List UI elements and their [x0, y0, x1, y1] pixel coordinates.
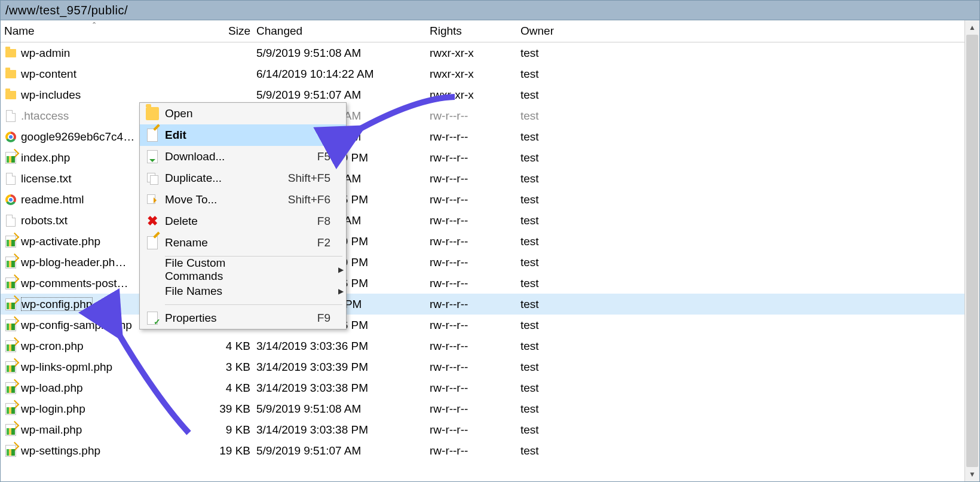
column-rights[interactable]: Rights: [430, 25, 520, 38]
file-name: wp-config.php: [21, 297, 93, 311]
menu-item-label: Duplicate...: [165, 172, 277, 185]
php-file-icon: [4, 235, 17, 248]
menu-item-file-names[interactable]: File Names▶: [140, 280, 346, 302]
file-name: wp-settings.php: [21, 444, 100, 457]
file-owner: test: [520, 151, 592, 164]
menu-item-edit[interactable]: Edit▶: [140, 124, 346, 146]
file-changed: 3/14/2019 3:03:36 PM: [256, 340, 430, 353]
file-row[interactable]: wp-cron.php4 KB3/14/2019 3:03:36 PMrw-r-…: [1, 335, 964, 356]
menu-item-label: Delete: [165, 215, 277, 228]
file-name: google9269eb6c7c4…: [21, 130, 134, 143]
file-size: 9 KB: [183, 423, 256, 437]
file-rights: rw-r--r--: [430, 214, 520, 227]
menu-item-label: Move To...: [165, 193, 277, 206]
file-row[interactable]: wp-mail.php9 KB3/14/2019 3:03:38 PMrw-r-…: [1, 419, 964, 440]
php-file-icon: [4, 444, 17, 457]
file-icon: [4, 172, 17, 185]
ren-icon: [140, 236, 165, 249]
menu-item-move-to[interactable]: Move To...Shift+F6: [140, 189, 346, 211]
menu-item-duplicate[interactable]: Duplicate...Shift+F5: [140, 167, 346, 189]
php-file-icon: [4, 277, 17, 290]
file-row[interactable]: wp-links-opml.php3 KB3/14/2019 3:03:39 P…: [1, 356, 964, 377]
menu-item-download[interactable]: Download...F5▶: [140, 146, 346, 167]
sort-indicator-icon: ⌃: [4, 21, 183, 29]
menu-separator: [165, 304, 342, 305]
column-name[interactable]: ⌃ Name: [4, 25, 183, 38]
php-file-icon: [4, 319, 17, 332]
file-changed: 3/14/2019 3:03:39 PM: [256, 361, 430, 374]
file-owner: test: [520, 172, 592, 185]
file-owner: test: [520, 277, 592, 290]
file-name: index.php: [21, 151, 70, 164]
file-row[interactable]: wp-content6/14/2019 10:14:22 AMrwxr-xr-x…: [1, 63, 964, 84]
file-rights: rwxr-xr-x: [430, 89, 520, 102]
file-size: 3 KB: [183, 361, 256, 374]
file-row[interactable]: wp-login.php39 KB5/9/2019 9:51:08 AMrw-r…: [1, 398, 964, 419]
scroll-thumb[interactable]: [966, 35, 978, 467]
menu-item-shortcut: F2: [277, 236, 335, 249]
file-row[interactable]: wp-settings.php19 KB5/9/2019 9:51:07 AMr…: [1, 440, 964, 461]
file-rights: rw-r--r--: [430, 382, 520, 395]
file-rights: rw-r--r--: [430, 130, 520, 144]
window-titlebar[interactable]: /www/test_957/public/: [1, 1, 979, 20]
menu-item-delete[interactable]: ✖DeleteF8: [140, 211, 346, 232]
file-owner: test: [520, 193, 592, 206]
file-rights: rw-r--r--: [430, 298, 520, 311]
file-name: wp-load.php: [21, 382, 83, 394]
menu-item-shortcut: Shift+F6: [277, 193, 335, 206]
file-row[interactable]: wp-load.php4 KB3/14/2019 3:03:38 PMrw-r-…: [1, 377, 964, 398]
file-changed: 6/14/2019 10:14:22 AM: [256, 68, 430, 81]
dup-icon: [140, 173, 165, 184]
prop-icon: [140, 312, 165, 325]
context-menu[interactable]: OpenEdit▶Download...F5▶Duplicate...Shift…: [139, 102, 347, 330]
column-owner[interactable]: Owner: [520, 25, 592, 38]
scroll-up-button[interactable]: ▲: [965, 20, 979, 35]
column-changed[interactable]: Changed: [256, 25, 430, 38]
file-rights: rwxr-xr-x: [430, 47, 520, 60]
file-owner: test: [520, 361, 592, 374]
menu-item-label: Open: [165, 107, 277, 120]
open-icon: [140, 107, 165, 120]
file-name: readme.html: [21, 193, 84, 206]
menu-item-open[interactable]: Open: [140, 103, 346, 124]
file-rights: rw-r--r--: [430, 277, 520, 290]
php-file-icon: [4, 256, 17, 269]
column-size[interactable]: Size: [183, 25, 256, 38]
file-owner: test: [520, 340, 592, 353]
file-owner: test: [520, 382, 592, 395]
file-owner: test: [520, 89, 592, 102]
file-name: wp-blog-header.ph…: [21, 256, 126, 269]
file-rights: rwxr-xr-x: [430, 68, 520, 81]
menu-item-properties[interactable]: PropertiesF9: [140, 307, 346, 329]
php-file-icon: [4, 298, 17, 311]
file-rights: rw-r--r--: [430, 402, 520, 416]
file-rights: rw-r--r--: [430, 340, 520, 353]
menu-item-rename[interactable]: RenameF2: [140, 232, 346, 254]
file-changed: 5/9/2019 9:51:08 AM: [256, 47, 430, 60]
menu-item-label: Rename: [165, 236, 277, 249]
file-owner: test: [520, 319, 592, 332]
dl-icon: [140, 150, 165, 163]
scroll-down-button[interactable]: ▼: [965, 467, 979, 481]
file-name: wp-includes: [21, 89, 81, 101]
file-row[interactable]: wp-admin5/9/2019 9:51:08 AMrwxr-xr-xtest: [1, 42, 964, 63]
file-rights: rw-r--r--: [430, 319, 520, 332]
file-rights: rw-r--r--: [430, 172, 520, 185]
column-headers[interactable]: ⌃ Name Size Changed Rights Owner: [1, 20, 964, 42]
file-rights: rw-r--r--: [430, 193, 520, 206]
submenu-arrow-icon: ▶: [335, 287, 346, 295]
menu-item-shortcut: Shift+F5: [277, 172, 335, 185]
chrome-icon: [4, 130, 17, 144]
del-icon: ✖: [140, 215, 165, 228]
file-size: 39 KB: [183, 402, 256, 416]
file-name: license.txt: [21, 172, 71, 185]
file-owner: test: [520, 423, 592, 437]
vertical-scrollbar[interactable]: ▲ ▼: [964, 20, 979, 481]
file-rights: rw-r--r--: [430, 256, 520, 269]
file-changed: 3/14/2019 3:03:38 PM: [256, 423, 430, 437]
file-rights: rw-r--r--: [430, 109, 520, 123]
menu-item-file-custom-commands[interactable]: File Custom Commands▶: [140, 259, 346, 280]
file-list[interactable]: ⌃ Name Size Changed Rights Owner wp-admi…: [1, 20, 964, 481]
file-name: wp-activate.php: [21, 235, 100, 248]
menu-item-shortcut: F5: [277, 150, 335, 163]
